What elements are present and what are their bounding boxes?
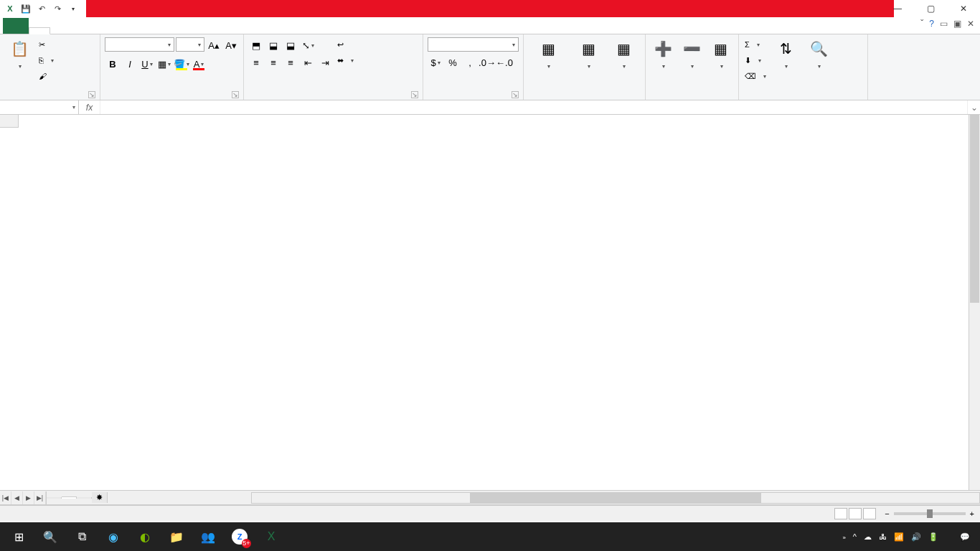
sheet-nav-last-icon[interactable]: ▶| bbox=[34, 491, 46, 504]
fill-button[interactable]: ⬇▾ bbox=[743, 53, 768, 67]
addins-tab[interactable] bbox=[171, 28, 191, 34]
sheet3-tab[interactable] bbox=[77, 497, 92, 499]
zalo-icon[interactable]: Z5+ bbox=[224, 522, 255, 551]
home-tab[interactable] bbox=[29, 27, 50, 34]
insert-tab[interactable] bbox=[50, 28, 70, 34]
page-layout-tab[interactable] bbox=[70, 28, 90, 34]
align-center-button[interactable]: ≡ bbox=[265, 55, 281, 70]
undo-icon[interactable]: ↶ bbox=[36, 3, 47, 14]
file-tab[interactable] bbox=[3, 18, 29, 34]
dialog-launcher-icon[interactable]: ↘ bbox=[512, 91, 519, 98]
review-tab[interactable] bbox=[131, 28, 151, 34]
align-right-button[interactable]: ≡ bbox=[283, 55, 298, 70]
copy-button[interactable]: ⎘▾ bbox=[37, 53, 55, 67]
font-name-combo[interactable]: ▾ bbox=[105, 37, 174, 52]
redo-icon[interactable]: ↷ bbox=[52, 3, 63, 14]
currency-button[interactable]: $▾ bbox=[428, 55, 443, 70]
desktop-toolbar[interactable]: » bbox=[842, 532, 845, 541]
normal-view-button[interactable] bbox=[834, 508, 847, 519]
decrease-decimal-button[interactable]: ←.0 bbox=[496, 55, 512, 70]
comma-button[interactable]: , bbox=[462, 55, 478, 70]
search-icon[interactable]: 🔍 bbox=[34, 522, 66, 551]
dialog-launcher-icon[interactable]: ↘ bbox=[232, 91, 239, 98]
window-close-icon[interactable]: ✕ bbox=[967, 19, 974, 29]
font-size-combo[interactable]: ▾ bbox=[176, 37, 204, 52]
volume-icon[interactable]: 🔊 bbox=[911, 532, 921, 542]
edge-icon[interactable]: ◉ bbox=[98, 522, 129, 551]
align-bottom-button[interactable]: ⬓ bbox=[283, 37, 298, 53]
clear-button[interactable]: ⌫▾ bbox=[743, 69, 768, 83]
increase-decimal-button[interactable]: .0→ bbox=[479, 55, 495, 70]
align-top-button[interactable]: ⬒ bbox=[248, 37, 264, 53]
save-icon[interactable]: 💾 bbox=[20, 3, 32, 14]
minimize-button[interactable]: — bbox=[881, 0, 914, 17]
page-layout-view-button[interactable] bbox=[849, 508, 862, 519]
teams-icon[interactable]: 👥 bbox=[192, 522, 224, 551]
decrease-indent-button[interactable]: ⇤ bbox=[300, 55, 316, 70]
sheet-nav-next-icon[interactable]: ▶ bbox=[23, 491, 34, 504]
tray-chevron-icon[interactable]: ^ bbox=[853, 532, 857, 541]
shrink-font-button[interactable]: A▾ bbox=[223, 37, 239, 53]
notifications-icon[interactable]: 💬 bbox=[960, 532, 970, 542]
close-button[interactable]: ✕ bbox=[947, 0, 980, 17]
dialog-launcher-icon[interactable]: ↘ bbox=[88, 91, 95, 98]
delete-cells-button[interactable]: ➖▾ bbox=[679, 37, 705, 70]
fx-icon[interactable]: fx bbox=[79, 100, 100, 114]
increase-indent-button[interactable]: ⇥ bbox=[317, 55, 333, 70]
task-view-icon[interactable]: ⧉ bbox=[66, 522, 98, 551]
orientation-button[interactable]: ⤡▾ bbox=[300, 37, 316, 53]
sheet2-tab[interactable] bbox=[62, 496, 77, 499]
wrap-text-button[interactable]: ↩ bbox=[336, 37, 355, 52]
name-box[interactable] bbox=[0, 100, 79, 114]
battery-icon[interactable]: 🔋 bbox=[928, 532, 938, 542]
worksheet-grid[interactable] bbox=[0, 115, 980, 491]
grow-font-button[interactable]: A▴ bbox=[206, 37, 222, 53]
cell-styles-button[interactable]: ▦▾ bbox=[608, 37, 639, 70]
format-cells-button[interactable]: ▦▾ bbox=[708, 37, 734, 70]
data-tab[interactable] bbox=[110, 28, 131, 34]
page-break-view-button[interactable] bbox=[863, 508, 876, 519]
border-button[interactable]: ▦▾ bbox=[156, 56, 172, 72]
format-as-table-button[interactable]: ▦▾ bbox=[571, 37, 606, 70]
italic-button[interactable]: I bbox=[122, 56, 138, 72]
wifi-icon[interactable]: 📶 bbox=[894, 532, 904, 542]
underline-button[interactable]: U▾ bbox=[139, 56, 155, 72]
zoom-slider[interactable] bbox=[894, 512, 966, 515]
minimize-ribbon-icon[interactable]: ˇ bbox=[920, 19, 923, 29]
sheet1-tab[interactable] bbox=[47, 497, 62, 499]
insert-cells-button[interactable]: ➕▾ bbox=[650, 37, 676, 70]
window-maximize-icon[interactable]: ▣ bbox=[953, 19, 961, 29]
format-painter-button[interactable]: 🖌 bbox=[37, 69, 55, 83]
conditional-formatting-button[interactable]: ▦▾ bbox=[528, 37, 568, 70]
explorer-icon[interactable]: 📁 bbox=[161, 522, 192, 551]
percent-button[interactable]: % bbox=[445, 55, 461, 70]
dialog-launcher-icon[interactable]: ↘ bbox=[411, 91, 418, 98]
view-tab[interactable] bbox=[151, 28, 171, 34]
font-color-button[interactable]: A▾ bbox=[191, 56, 207, 72]
horizontal-scrollbar[interactable] bbox=[251, 492, 980, 504]
zoom-out-button[interactable]: − bbox=[885, 509, 889, 518]
zoom-in-button[interactable]: + bbox=[970, 509, 974, 518]
find-select-button[interactable]: 🔍▾ bbox=[804, 37, 834, 70]
onedrive-icon[interactable]: ☁ bbox=[864, 532, 872, 542]
sort-filter-button[interactable]: ⇅▾ bbox=[771, 37, 801, 70]
formula-input[interactable] bbox=[100, 100, 967, 114]
qat-dropdown-icon[interactable]: ▾ bbox=[67, 3, 79, 14]
excel-taskbar-icon[interactable]: X bbox=[255, 522, 287, 551]
fill-color-button[interactable]: 🪣▾ bbox=[174, 56, 189, 72]
number-format-combo[interactable]: ▾ bbox=[428, 37, 519, 52]
merge-center-button[interactable]: ⬌▾ bbox=[336, 53, 355, 67]
sheet-nav-prev-icon[interactable]: ◀ bbox=[11, 491, 23, 504]
paste-button[interactable]: 📋 ▾ bbox=[4, 37, 34, 70]
bold-button[interactable]: B bbox=[105, 56, 121, 72]
formulas-tab[interactable] bbox=[90, 28, 110, 34]
window-restore-icon[interactable]: ▭ bbox=[940, 19, 948, 29]
network-icon[interactable]: 🖧 bbox=[879, 532, 887, 541]
select-all-corner[interactable] bbox=[0, 115, 19, 128]
new-sheet-icon[interactable]: ✸ bbox=[92, 492, 108, 503]
align-left-button[interactable]: ≡ bbox=[248, 55, 264, 70]
autosum-button[interactable]: Σ▾ bbox=[743, 37, 768, 52]
cut-button[interactable]: ✂ bbox=[37, 37, 55, 52]
vertical-scrollbar[interactable] bbox=[969, 115, 980, 490]
app-icon[interactable]: ◐ bbox=[129, 522, 161, 551]
